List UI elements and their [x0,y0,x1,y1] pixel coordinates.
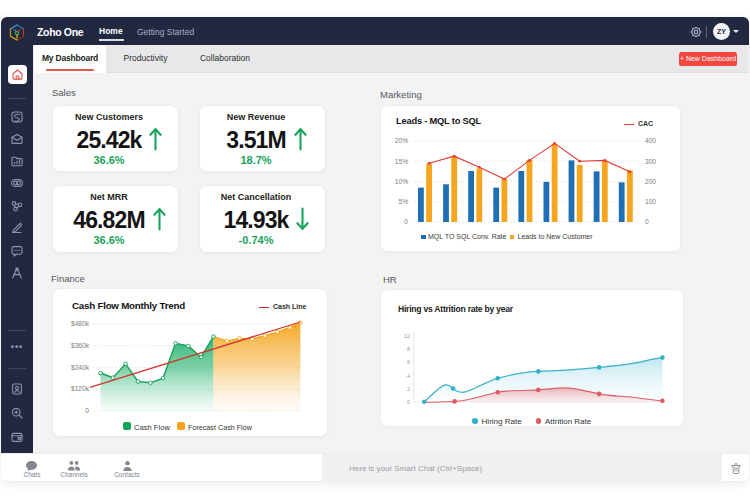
svg-text:0: 0 [645,218,649,225]
svg-text:5%: 5% [398,198,408,205]
svg-text:20%: 20% [395,137,408,144]
svg-text:6: 6 [407,359,410,365]
svg-text:400: 400 [645,137,656,144]
svg-text:$120k: $120k [71,385,90,392]
svg-text:15%: 15% [395,158,408,165]
svg-text:300: 300 [645,158,656,165]
svg-text:200: 200 [645,178,656,185]
svg-text:$240k: $240k [71,364,90,371]
svg-text:0: 0 [85,407,89,414]
svg-text:0: 0 [404,218,408,225]
svg-text:100: 100 [645,198,656,205]
svg-text:4: 4 [407,373,410,379]
svg-text:8: 8 [407,346,410,352]
svg-text:12: 12 [404,333,410,339]
svg-text:0: 0 [407,399,410,405]
svg-text:$480k: $480k [71,320,90,327]
svg-text:$360k: $360k [71,342,90,349]
svg-text:2: 2 [407,386,410,392]
svg-text:10%: 10% [395,178,408,185]
